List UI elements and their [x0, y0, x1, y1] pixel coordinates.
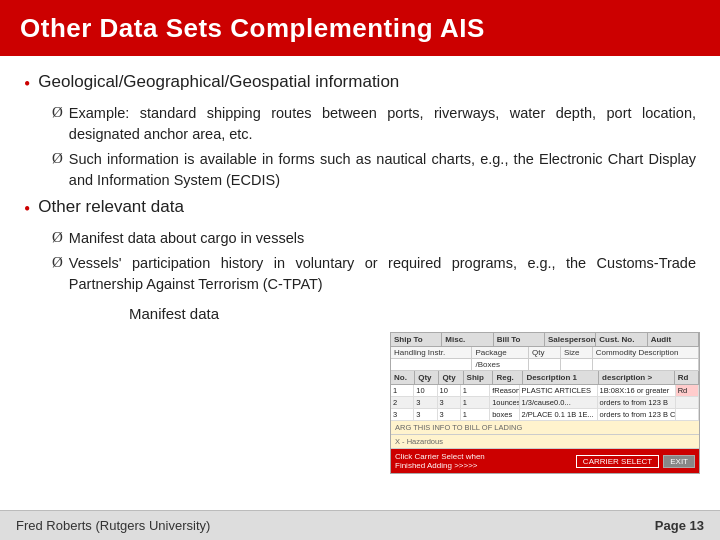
- content-area: • Geological/Geographical/Geospatial inf…: [0, 56, 720, 510]
- bullet2-subs: Ø Manifest data about cargo in vessels Ø…: [52, 228, 696, 295]
- slide-title: Other Data Sets Complementing AIS: [20, 13, 485, 44]
- cell-qty-1: 10: [414, 385, 437, 396]
- cell-desc2-1: 1B:08X:16 or greater: [598, 385, 676, 396]
- manifest-input-row: /Boxes: [391, 359, 699, 371]
- package-label: Package: [472, 347, 529, 358]
- col-flag: Rd: [675, 371, 699, 384]
- header-salesperson: Salesperson: [545, 333, 596, 346]
- bullet1-sub1: Ø Example: standard shipping routes betw…: [52, 103, 696, 145]
- sub2-arrow: Ø: [52, 150, 63, 167]
- sub4-arrow: Ø: [52, 254, 63, 271]
- cell-desc2-3: orders to from 123 B CO: [598, 409, 676, 420]
- cell-flag-1: Rd: [676, 385, 699, 396]
- manifest-data-headers: No. Qty Qty Ship Reg. Description 1 desc…: [391, 371, 699, 385]
- cell-desc1-3: 2/PLACE 0.1 1B 1E...: [520, 409, 598, 420]
- col-bil: Qty: [439, 371, 463, 384]
- cell-desc2-2: orders to from 123 B: [598, 397, 676, 408]
- bullet1-subs: Ø Example: standard shipping routes betw…: [52, 103, 696, 191]
- bullet2: • Other relevant data: [24, 197, 696, 220]
- slide: Other Data Sets Complementing AIS • Geol…: [0, 0, 720, 540]
- manifest-notice: ARG THIS INFO TO BILL OF LADING: [391, 421, 699, 435]
- bullet1: • Geological/Geographical/Geospatial inf…: [24, 72, 696, 95]
- carrier-select-text: Click Carrier Select whenFinished Adding…: [395, 452, 576, 470]
- footer-author: Fred Roberts (Rutgers University): [16, 518, 210, 533]
- sub3-arrow: Ø: [52, 229, 63, 246]
- bullet1-sub2: Ø Such information is available in forms…: [52, 149, 696, 191]
- bullet1-sub2-text: Such information is available in forms s…: [69, 149, 696, 191]
- cell-bil-2: 3: [438, 397, 461, 408]
- cell-bil-1: 10: [438, 385, 461, 396]
- col-desc1: Description 1: [523, 371, 599, 384]
- cell-reg-3: boxes: [490, 409, 519, 420]
- manifest-bottom-bar: Click Carrier Select whenFinished Adding…: [391, 449, 699, 473]
- cell-qty-3: 3: [414, 409, 437, 420]
- cell-ship-1: 1: [461, 385, 490, 396]
- cell-reg-1: fReason: [490, 385, 519, 396]
- bullet2-sub2: Ø Vessels' participation history in volu…: [52, 253, 696, 295]
- exit-button[interactable]: EXIT: [663, 455, 695, 468]
- qty-label: Qty: [529, 347, 561, 358]
- cell-flag-2: [676, 397, 699, 408]
- cell-ship-3: 1: [461, 409, 490, 420]
- manifest-label: Manifest data: [84, 305, 264, 322]
- commodity-input[interactable]: [593, 359, 699, 370]
- table-row: 3 3 3 1 boxes 2/PLACE 0.1 1B 1E... order…: [391, 409, 699, 421]
- cell-reg-2: 1ounces: [490, 397, 519, 408]
- bullet1-sub1-text: Example: standard shipping routes betwee…: [69, 103, 696, 145]
- bullet1-dot: •: [24, 74, 30, 95]
- cell-desc1-2: 1/3/cause0.0...: [520, 397, 598, 408]
- cell-no-3: 3: [391, 409, 414, 420]
- qty-input[interactable]: [529, 359, 561, 370]
- handling-label: Handling Instr.: [391, 347, 472, 358]
- manifest-headers: Ship To Misc. Bill To Salesperson Cust. …: [391, 333, 699, 347]
- cell-no-2: 2: [391, 397, 414, 408]
- bullet2-sub2-text: Vessels' participation history in volunt…: [69, 253, 696, 295]
- col-no: No.: [391, 371, 415, 384]
- sub1-arrow: Ø: [52, 104, 63, 121]
- cell-flag-3: [676, 409, 699, 420]
- cell-no-1: 1: [391, 385, 414, 396]
- bullet2-sub1-text: Manifest data about cargo in vessels: [69, 228, 304, 249]
- header-ship-to: Ship To: [391, 333, 442, 346]
- manifest-form-row1: Handling Instr. Package Qty Size Commodi…: [391, 347, 699, 359]
- col-desc2: description >: [599, 371, 675, 384]
- manifest-table: Ship To Misc. Bill To Salesperson Cust. …: [390, 332, 700, 474]
- commodity-header: Commodity Description: [593, 347, 699, 358]
- footer: Fred Roberts (Rutgers University) Page 1…: [0, 510, 720, 540]
- header-audit: Audit: [648, 333, 699, 346]
- table-row: 1 10 10 1 fReason PLASTIC ARTICLES 1B:08…: [391, 385, 699, 397]
- table-row: 2 3 3 1 1ounces 1/3/cause0.0... orders t…: [391, 397, 699, 409]
- footer-page: Page 13: [655, 518, 704, 533]
- package-input[interactable]: /Boxes: [472, 359, 529, 370]
- size-label: Size: [561, 347, 593, 358]
- cell-bil-3: 3: [438, 409, 461, 420]
- bullet2-sub1: Ø Manifest data about cargo in vessels: [52, 228, 696, 249]
- title-bar: Other Data Sets Complementing AIS: [0, 0, 720, 56]
- header-bill-to: Bill To: [494, 333, 545, 346]
- bullet2-label: Other relevant data: [38, 197, 184, 217]
- x-hazardous: X - Hazardous: [391, 435, 699, 449]
- carrier-select-button[interactable]: CARRIER SELECT: [576, 455, 659, 468]
- col-ship: Ship: [464, 371, 494, 384]
- bullet2-dot: •: [24, 199, 30, 220]
- size-input[interactable]: [561, 359, 593, 370]
- handling-input[interactable]: [391, 359, 472, 370]
- col-qty: Qty: [415, 371, 439, 384]
- cell-desc1-1: PLASTIC ARTICLES: [520, 385, 598, 396]
- cell-ship-2: 1: [461, 397, 490, 408]
- header-cust-no: Cust. No.: [596, 333, 647, 346]
- cell-qty-2: 3: [414, 397, 437, 408]
- bullet1-label: Geological/Geographical/Geospatial infor…: [38, 72, 399, 92]
- col-reg: Reg.: [493, 371, 523, 384]
- header-misc: Misc.: [442, 333, 493, 346]
